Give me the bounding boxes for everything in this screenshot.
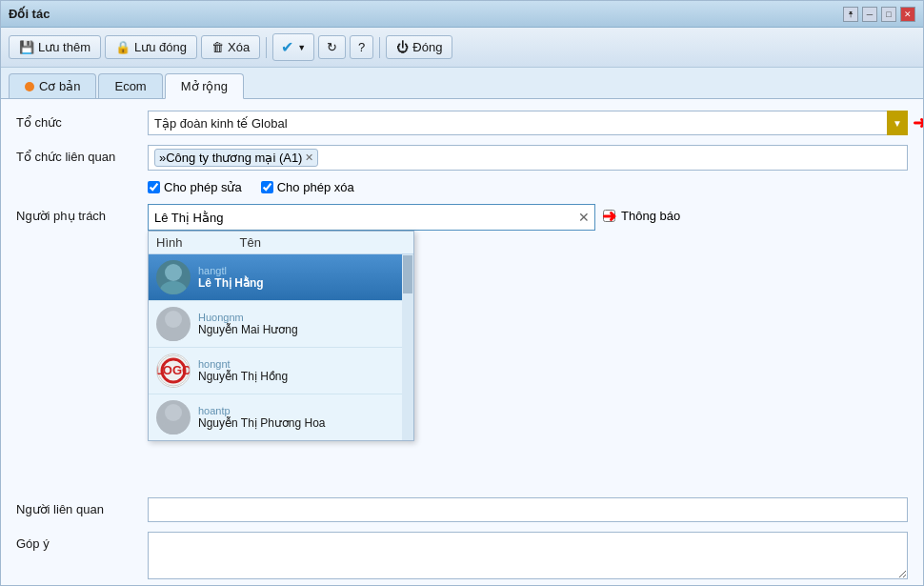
refresh-icon: ↻ — [327, 40, 337, 54]
save-lock-icon: 🔒 — [115, 40, 131, 54]
gop-y-textarea[interactable] — [148, 532, 908, 579]
refresh-button[interactable]: ↻ — [318, 35, 346, 59]
luu-dong-button[interactable]: 🔒 Lưu đóng — [105, 35, 197, 59]
cho-phep-sua-label[interactable]: Cho phép sửa — [148, 180, 242, 194]
avatar — [156, 307, 191, 341]
to-chuc-dropdown-arrow[interactable] — [887, 111, 908, 135]
cho-phep-xoa-checkbox[interactable] — [261, 181, 273, 193]
pin-button[interactable]: 🖈 — [843, 7, 858, 22]
check-dropdown-button[interactable]: ✔ ▼ — [272, 33, 314, 61]
avatar — [156, 260, 191, 294]
nguoi-lien-quan-input[interactable] — [148, 497, 908, 522]
separator — [266, 37, 267, 58]
item-info: hoantp Nguyễn Thị Phương Hoa — [198, 405, 326, 430]
item-info: Huongnm Nguyễn Mai Hương — [198, 312, 298, 336]
dong-button[interactable]: ⏻ Đóng — [386, 35, 452, 59]
dropdown-item[interactable]: LOGO hongnt Nguyễn Thị Hồng — [149, 348, 413, 394]
power-icon: ⏻ — [396, 40, 409, 54]
gop-y-field — [148, 532, 908, 582]
toolbar: 💾 Lưu thêm 🔒 Lưu đóng 🗑 Xóa ✔ ▼ ↻ ? ⏻ Đó… — [1, 28, 923, 68]
dropdown-header: Hình Tên — [149, 232, 413, 254]
dropdown-item[interactable]: Huongnm Nguyễn Mai Hương — [149, 301, 413, 348]
title-bar: Đối tác 🖈 ─ □ ✕ — [1, 1, 923, 28]
thong-bao-col: Thông báo — [603, 204, 908, 231]
to-chuc-lien-quan-label: Tổ chức liên quan — [16, 145, 140, 164]
svg-text:LOGO: LOGO — [157, 363, 190, 377]
nguoi-phu-trach-label: Người phụ trách — [16, 204, 140, 223]
red-arrow-dropdown: ➜ — [602, 206, 616, 227]
logo-svg: LOGO — [157, 354, 190, 387]
tab-dot-icon — [25, 82, 34, 91]
form-content: Tổ chức ➜ Tổ chức liên quan »Công ty thư… — [1, 99, 923, 585]
nguoi-lien-quan-field — [148, 497, 908, 522]
svg-point-0 — [165, 264, 182, 281]
tab-co-ban[interactable]: Cơ bản — [9, 73, 96, 98]
minimize-button[interactable]: ─ — [862, 7, 877, 22]
item-info: hongnt Nguyễn Thị Hồng — [198, 358, 288, 383]
dropdown-item[interactable]: hangtl Lê Thị Hằng — [149, 254, 413, 301]
to-chuc-lien-quan-field: »Công ty thương mại (A1) ✕ — [148, 145, 908, 171]
nguoi-lien-quan-label: Người liên quan — [16, 497, 140, 516]
window-title: Đối tác — [9, 7, 50, 21]
avatar-svg — [156, 260, 191, 294]
xoa-button[interactable]: 🗑 Xóa — [201, 35, 260, 59]
avatar — [156, 400, 191, 434]
tag-input-field[interactable]: »Công ty thương mại (A1) ✕ — [148, 145, 908, 171]
avatar: LOGO — [156, 354, 191, 388]
to-chuc-input[interactable] — [148, 111, 908, 135]
to-chuc-label: Tổ chức — [16, 111, 140, 130]
tag-item: »Công ty thương mại (A1) ✕ — [154, 149, 318, 167]
tab-bar: Cơ bản Ecom Mở rộng — [1, 68, 923, 99]
red-arrow-indicator: ➜ — [913, 112, 923, 133]
close-button[interactable]: ✕ — [900, 7, 915, 22]
to-chuc-row: Tổ chức ➜ — [16, 111, 908, 135]
cho-phep-xoa-label[interactable]: Cho phép xóa — [261, 180, 354, 194]
person-input-wrapper: ✕ — [148, 204, 595, 231]
thong-bao-label[interactable]: Thông báo — [603, 204, 908, 223]
trash-icon: 🗑 — [211, 40, 224, 54]
scrollbar-thumb[interactable] — [403, 255, 412, 293]
dropdown-item[interactable]: hoantp Nguyễn Thị Phương Hoa — [149, 394, 413, 440]
help-icon: ? — [358, 40, 365, 54]
luu-them-button[interactable]: 💾 Lưu thêm — [9, 35, 101, 59]
scrollbar[interactable] — [402, 254, 413, 440]
tab-ecom[interactable]: Ecom — [98, 73, 162, 98]
nguoi-lien-quan-row: Người liên quan — [16, 497, 908, 522]
to-chuc-field: ➜ — [148, 111, 908, 135]
svg-point-2 — [165, 311, 182, 328]
restore-button[interactable]: □ — [881, 7, 896, 22]
cho-phep-sua-checkbox[interactable] — [148, 181, 160, 193]
avatar-svg — [156, 307, 191, 341]
to-chuc-lien-quan-row: Tổ chức liên quan »Công ty thương mại (A… — [16, 145, 908, 171]
separator2 — [379, 37, 380, 58]
person-input[interactable] — [149, 205, 573, 230]
tab-mo-rong[interactable]: Mở rộng — [165, 73, 244, 99]
person-dropdown-list: Hình Tên — [148, 231, 414, 441]
main-window: Đối tác 🖈 ─ □ ✕ 💾 Lưu thêm 🔒 Lưu đóng 🗑 … — [0, 0, 924, 586]
avatar-svg — [156, 400, 191, 434]
gop-y-label: Góp ý — [16, 532, 140, 551]
dropdown-arrow-icon: ▼ — [297, 43, 306, 52]
svg-point-7 — [165, 404, 182, 421]
help-button[interactable]: ? — [350, 35, 373, 59]
checkbox-row: Cho phép sửa Cho phép xóa — [148, 180, 908, 194]
window-controls: 🖈 ─ □ ✕ — [843, 7, 915, 22]
check-icon: ✔ — [281, 38, 293, 56]
nguoi-phu-trach-cols: ➜ ✕ Hình Tên — [148, 204, 908, 231]
gop-y-row: Góp ý — [16, 532, 908, 582]
tag-remove-button[interactable]: ✕ — [305, 152, 313, 164]
item-info: hangtl Lê Thị Hằng — [198, 265, 264, 290]
svg-point-1 — [160, 281, 187, 294]
person-clear-button[interactable]: ✕ — [573, 205, 594, 230]
svg-point-3 — [160, 328, 187, 341]
svg-point-8 — [160, 421, 187, 434]
save-plus-icon: 💾 — [19, 40, 34, 54]
nguoi-phu-trach-row: Người phụ trách ➜ ✕ Hình Tên — [16, 204, 908, 231]
nguoi-phu-trach-dropdown: ➜ ✕ Hình Tên — [148, 204, 595, 231]
